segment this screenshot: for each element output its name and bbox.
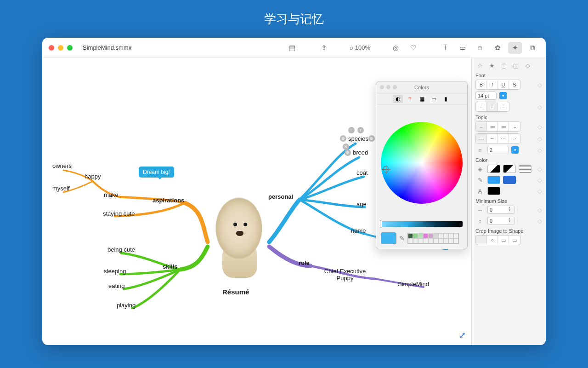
reset-width-icon[interactable]: ◇ (537, 147, 542, 154)
node-make[interactable]: make (102, 190, 120, 199)
frame-icon[interactable]: ⧉ (526, 42, 539, 54)
node-name[interactable]: name (349, 226, 368, 235)
node-staying-cute[interactable]: staying cute (101, 209, 136, 218)
align-right-button[interactable]: ≡ (498, 102, 509, 111)
close-window-button[interactable] (49, 45, 54, 51)
node-happy[interactable]: happy (83, 172, 102, 181)
node-role[interactable]: role (297, 259, 311, 267)
zoom-control[interactable]: ⌕ 100% (350, 44, 370, 51)
border-solid-button[interactable]: — (476, 134, 487, 143)
badge-icon[interactable]: ⋯ (348, 127, 355, 133)
fill-swatch[interactable] (487, 165, 500, 173)
node-age[interactable]: age (355, 200, 368, 208)
collapse-icon-2[interactable]: ⊕ (345, 150, 351, 156)
color-palette-tab[interactable]: ▦ (417, 95, 427, 103)
bold-button[interactable]: B (476, 80, 487, 89)
wheel-cursor-icon[interactable] (383, 166, 389, 172)
node-simplemind[interactable]: SimpleMind (396, 280, 431, 288)
star-outline-icon[interactable]: ☆ (475, 61, 485, 70)
star-filled-icon[interactable]: ★ (487, 61, 497, 70)
popup-zoom-button[interactable] (393, 85, 397, 89)
expand-icon[interactable]: ⊕ (368, 135, 375, 142)
reset-stroke-icon[interactable]: ◇ (537, 177, 542, 184)
border-dot-button[interactable]: ⋯ (498, 134, 509, 143)
popup-close-button[interactable] (380, 85, 384, 89)
color-wheel[interactable] (381, 122, 463, 204)
crop-circle-button[interactable]: ○ (487, 236, 498, 245)
reset-minw-icon[interactable]: ◇ (537, 207, 542, 213)
node-coat[interactable]: coat (355, 168, 370, 177)
node-species[interactable]: species (346, 134, 370, 143)
color-preset-grid[interactable] (407, 233, 459, 244)
color-wheel-tab[interactable]: ◐ (393, 95, 403, 103)
style-icon[interactable]: ✦ (508, 42, 522, 54)
callout-bubble[interactable]: Dream big! (139, 167, 174, 178)
node-personal[interactable]: personal (266, 192, 295, 201)
central-topic[interactable]: Résumé (220, 287, 251, 297)
border-dashdot-button[interactable]: -· (509, 134, 520, 143)
stroke-swatch-2[interactable] (503, 176, 516, 184)
font-size-stepper-icon[interactable]: ▾ (499, 92, 507, 99)
note-icon[interactable]: ▭ (456, 42, 469, 54)
badge-t-icon[interactable]: T (357, 127, 364, 133)
shape-more-button[interactable]: ⌄ (509, 122, 520, 131)
min-height-input[interactable]: 0▲▼ (487, 217, 515, 225)
expand-canvas-icon[interactable]: ⤢ (459, 330, 466, 340)
crop-rounded-button[interactable]: ▭ (498, 236, 509, 245)
share-icon[interactable]: ⇪ (317, 42, 331, 54)
emoji-icon[interactable]: ☺ (473, 42, 487, 54)
node-aspirations[interactable]: aspirations (151, 196, 186, 205)
palette-icon[interactable]: ✿ (491, 42, 504, 54)
fullscreen-window-button[interactable] (67, 45, 73, 51)
crop-rect-button[interactable]: ▭ (509, 236, 520, 245)
reset-border-icon[interactable]: ◇ (537, 135, 542, 142)
border-width-input[interactable]: 2 (487, 146, 509, 154)
bulb-icon[interactable]: ♡ (406, 42, 420, 54)
save-icon[interactable]: ▤ (285, 42, 299, 54)
layout-icon[interactable]: ◫ (511, 61, 520, 70)
ruler-icon[interactable]: ⟙ (438, 42, 452, 54)
node-myself[interactable]: myself (51, 184, 72, 193)
node-sleeping[interactable]: sleeping (102, 267, 128, 276)
node-playing[interactable]: playing (115, 301, 137, 310)
fill-swatch-2[interactable] (503, 165, 516, 173)
monitor-icon[interactable]: ▢ (499, 61, 509, 70)
reset-shape-icon[interactable]: ◇ (537, 123, 542, 130)
shape-none-button[interactable]: – (476, 122, 487, 131)
border-width-stepper-icon[interactable]: ▾ (511, 146, 519, 154)
central-image[interactable] (211, 195, 266, 278)
reset-font-icon[interactable]: ◇ (537, 81, 542, 88)
badge-x-icon[interactable]: ✕ (343, 144, 349, 150)
collapse-icon[interactable]: ⊕ (340, 135, 346, 142)
shape-rounded-button[interactable]: ▭ (487, 122, 498, 131)
reset-textcolor-icon[interactable]: ◇ (537, 188, 542, 195)
eraser-icon[interactable]: ◇ (523, 61, 532, 70)
border-dash-button[interactable]: ┄ (487, 134, 498, 143)
selected-color-swatch[interactable] (381, 232, 396, 244)
popup-min-button[interactable] (386, 85, 390, 89)
node-breed[interactable]: breed (351, 148, 370, 157)
target-icon[interactable]: ◎ (389, 42, 402, 54)
italic-button[interactable]: I (487, 80, 498, 89)
reset-fill-icon[interactable]: ◇ (537, 166, 542, 172)
stroke-swatch[interactable] (487, 176, 500, 184)
text-color-swatch[interactable] (487, 187, 500, 195)
brightness-slider[interactable] (381, 221, 463, 227)
color-image-tab[interactable]: ▭ (429, 95, 439, 103)
min-width-input[interactable]: 0▲▼ (487, 206, 515, 214)
align-center-button[interactable]: ≡ (487, 102, 498, 111)
reset-align-icon[interactable]: ◇ (537, 104, 542, 110)
node-skills[interactable]: skills (161, 262, 180, 271)
eyedropper-icon[interactable]: ✎ (399, 235, 405, 242)
color-sliders-tab[interactable]: ≡ (405, 95, 415, 103)
crop-none-button[interactable] (476, 236, 487, 245)
node-owners[interactable]: owners (51, 161, 74, 170)
align-left-button[interactable]: ≡ (476, 102, 487, 111)
shape-rect-button[interactable]: ▭ (498, 122, 509, 131)
font-size-input[interactable]: 14 pt (475, 92, 497, 100)
node-ceo-puppy[interactable]: Chief Executive Puppy (320, 267, 370, 282)
mindmap-canvas[interactable]: Résumé Dream big! aspirations staying cu… (42, 58, 471, 345)
fill-pattern-swatch[interactable] (519, 165, 531, 173)
node-eating[interactable]: eating (107, 282, 126, 290)
node-being-cute[interactable]: being cute (106, 245, 137, 254)
